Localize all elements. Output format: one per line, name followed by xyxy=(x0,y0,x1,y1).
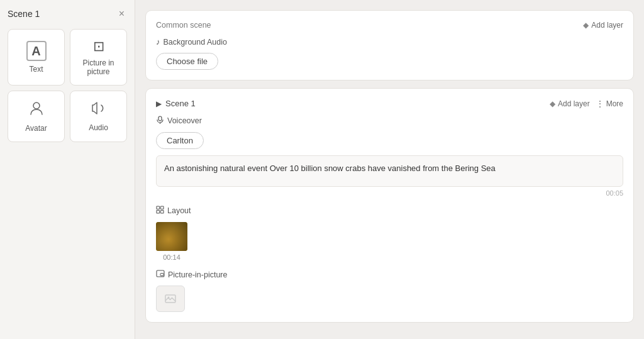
layout-thumbnail[interactable] xyxy=(156,222,187,251)
svg-rect-1 xyxy=(158,116,162,121)
common-scene-header: Common scene ◆ Add layer xyxy=(156,21,623,30)
more-dots-icon: ⋮ xyxy=(596,99,604,108)
layout-section: Layout 00:14 xyxy=(156,206,623,261)
audio-icon xyxy=(91,101,106,119)
tool-pip-label: Picture in picture xyxy=(77,58,120,76)
tool-pip[interactable]: ⊡ Picture in picture xyxy=(70,29,127,86)
svg-rect-6 xyxy=(161,211,164,214)
pip-section-icon xyxy=(156,270,165,279)
svg-rect-8 xyxy=(160,274,164,276)
common-scene-card: Common scene ◆ Add layer ♪ Background Au… xyxy=(145,10,634,81)
tool-audio-label: Audio xyxy=(89,123,108,132)
scene1-more-button[interactable]: ⋮ More xyxy=(596,99,623,108)
tool-audio[interactable]: Audio xyxy=(70,91,127,142)
layout-label: Layout xyxy=(156,206,623,216)
text-icon: A xyxy=(26,41,47,61)
scene1-add-layer-label: Add layer xyxy=(558,99,590,108)
svg-rect-5 xyxy=(157,211,160,214)
main-content: Common scene ◆ Add layer ♪ Background Au… xyxy=(135,0,644,339)
add-layer-label: Add layer xyxy=(591,21,623,30)
tool-text-label: Text xyxy=(29,65,43,74)
scene1-add-layer-icon: ◆ xyxy=(550,99,555,108)
scene1-header-actions: ◆ Add layer ⋮ More xyxy=(550,99,623,108)
voiceover-timestamp: 00:05 xyxy=(156,189,623,197)
pip-section: Picture-in-picture xyxy=(156,270,623,312)
common-scene-add-layer-button[interactable]: ◆ Add layer xyxy=(583,21,623,30)
background-audio-label: ♪ Background Audio xyxy=(156,37,623,47)
mic-icon xyxy=(156,116,164,126)
svg-rect-4 xyxy=(161,206,164,209)
scene1-card: ▶ Scene 1 ◆ Add layer ⋮ More xyxy=(145,88,634,323)
tool-text[interactable]: A Text xyxy=(8,29,65,86)
left-panel: Scene 1 × A Text ⊡ Picture in picture Av… xyxy=(0,0,135,339)
pip-placeholder[interactable] xyxy=(156,286,185,312)
thumbnail-image xyxy=(156,222,187,251)
voiceover-label: Voiceover xyxy=(156,116,623,126)
svg-point-0 xyxy=(33,103,40,109)
scene1-title-group: ▶ Scene 1 xyxy=(156,99,196,108)
scene1-play-icon: ▶ xyxy=(156,99,162,108)
layout-grid-icon xyxy=(156,206,164,216)
voiceover-text-display[interactable]: An astonishing natural event Over 10 bil… xyxy=(156,155,623,187)
more-label: More xyxy=(606,99,623,108)
audio-note-icon: ♪ xyxy=(156,37,160,47)
scene1-header: ▶ Scene 1 ◆ Add layer ⋮ More xyxy=(156,99,623,108)
layout-thumbnail-container[interactable]: 00:14 xyxy=(156,222,623,261)
pip-label: Picture-in-picture xyxy=(156,270,623,279)
left-panel-title: Scene 1 xyxy=(8,9,40,19)
tool-avatar-label: Avatar xyxy=(25,124,47,133)
svg-point-10 xyxy=(168,297,170,299)
pip-icon: ⊡ xyxy=(93,38,104,55)
close-button[interactable]: × xyxy=(116,8,127,20)
tool-avatar[interactable]: Avatar xyxy=(8,91,65,142)
layout-thumbnail-time: 00:14 xyxy=(156,253,187,261)
add-layer-diamond-icon: ◆ xyxy=(583,21,589,30)
tool-grid: A Text ⊡ Picture in picture Avatar xyxy=(8,29,127,142)
choose-file-button[interactable]: Choose file xyxy=(156,53,218,70)
common-scene-title: Common scene xyxy=(156,21,211,30)
avatar-icon xyxy=(28,100,45,120)
scene1-title: Scene 1 xyxy=(165,99,196,108)
voice-selector-button[interactable]: Carlton xyxy=(156,132,204,149)
left-panel-header: Scene 1 × xyxy=(8,8,127,20)
scene1-add-layer-button[interactable]: ◆ Add layer xyxy=(550,99,590,108)
svg-rect-3 xyxy=(157,206,160,209)
voiceover-text: An astonishing natural event Over 10 bil… xyxy=(164,164,496,173)
